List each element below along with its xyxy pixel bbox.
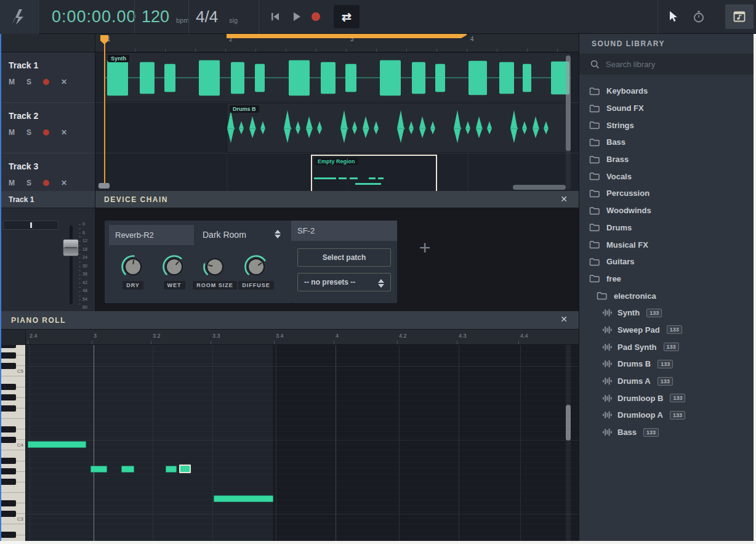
track-header-2[interactable]: Track 2 M S ✕ <box>0 103 95 153</box>
pan-slider[interactable] <box>3 221 58 230</box>
app-logo[interactable] <box>0 0 38 34</box>
arm-record-button[interactable] <box>43 180 49 186</box>
library-sample-sweep-pad[interactable]: Sweep Pad 133 <box>579 322 754 339</box>
solo-button[interactable]: S <box>26 128 31 137</box>
record-button[interactable] <box>308 9 324 25</box>
knob-dry[interactable]: DRY <box>115 253 151 290</box>
clip-label: Empty Region <box>315 158 358 165</box>
time-display[interactable]: 0:00:00.00 <box>52 7 137 26</box>
library-folder-vocals[interactable]: Vocals <box>579 168 754 185</box>
arm-record-button[interactable] <box>43 129 49 136</box>
midi-note-selected[interactable] <box>179 465 191 473</box>
piano-roll-ruler[interactable]: 2.4 3 3.2 3.3 3.4 4 4.2 4.3 4.4 <box>0 330 579 345</box>
mute-button[interactable]: M <box>9 128 15 137</box>
beat-number: 3.4 <box>276 333 284 339</box>
loop-toggle-button[interactable]: ⇄ <box>334 5 360 28</box>
mute-button[interactable]: M <box>9 78 15 86</box>
track-header-1[interactable]: Track 1 M S ✕ <box>0 52 95 103</box>
midi-note-preview <box>369 177 376 179</box>
piano-roll-vertical-scrollbar[interactable] <box>566 345 571 541</box>
knob-diffuse[interactable]: DIFFUSE <box>238 253 275 290</box>
volume-fader-handle[interactable] <box>63 239 79 256</box>
metronome-button[interactable] <box>691 9 707 25</box>
knob-wet[interactable]: WET <box>156 253 193 290</box>
scrollbar-thumb[interactable] <box>566 55 571 151</box>
piano-keyboard[interactable]: C5 C4 C3 <box>0 345 26 541</box>
audio-clip-synth[interactable]: Synth <box>105 52 571 102</box>
mute-button[interactable]: M <box>9 179 15 187</box>
delete-track-button[interactable]: ✕ <box>61 78 67 86</box>
library-folder-strings[interactable]: Strings <box>579 116 754 134</box>
add-device-button[interactable]: + <box>412 236 437 261</box>
scrollbar-thumb[interactable] <box>566 405 571 440</box>
time-signature-value[interactable]: 4/4 <box>196 7 218 26</box>
library-sample-drums-a[interactable]: Drums A 133 <box>579 373 754 390</box>
knob-label: WET <box>164 281 185 290</box>
library-folder-drums[interactable]: Drums <box>579 219 754 237</box>
arm-record-button[interactable] <box>43 79 49 85</box>
library-folder-guitars[interactable]: Guitars <box>579 253 754 270</box>
play-button[interactable] <box>289 9 305 25</box>
bpm-value[interactable]: 120 <box>142 7 169 26</box>
library-folder-musical-fx[interactable]: Musical FX <box>579 236 754 253</box>
pan-thumb[interactable] <box>30 222 32 228</box>
audio-clip-drums-b[interactable]: Drums B <box>227 103 571 153</box>
midi-clip-empty-region[interactable]: Empty Region <box>311 155 437 191</box>
search-input[interactable] <box>606 60 729 69</box>
library-folder-woodwinds[interactable]: Woodwinds <box>579 202 754 219</box>
library-folder-free[interactable]: free <box>579 270 754 288</box>
library-folder-electronica[interactable]: electronica <box>579 287 754 304</box>
clip-label: Synth <box>108 55 129 62</box>
tracks-vertical-scrollbar[interactable] <box>566 55 571 190</box>
midi-note[interactable] <box>90 466 107 473</box>
library-sample-drumloop-a[interactable]: Drumloop A 133 <box>579 407 754 424</box>
library-sample-drums-b[interactable]: Drums B 133 <box>579 355 754 373</box>
midi-note[interactable] <box>166 466 177 473</box>
sound-library-toggle-button[interactable] <box>725 4 754 29</box>
inspector-track-tab[interactable]: Track 1 <box>0 191 95 208</box>
bpm-badge: 133 <box>646 309 662 317</box>
midi-note[interactable] <box>214 495 273 502</box>
preset-dropdown[interactable]: -- no presets -- <box>297 273 391 291</box>
device-name-field[interactable]: Reverb-R2 <box>109 225 194 245</box>
solo-button[interactable]: S <box>26 78 31 86</box>
library-folder-keyboards[interactable]: Keyboards <box>579 83 754 100</box>
beat-number: 2.4 <box>30 333 38 339</box>
arrangement-timeline[interactable]: Synth Drums B <box>95 34 579 191</box>
midi-note[interactable] <box>28 441 86 448</box>
close-icon[interactable]: ✕ <box>560 314 568 324</box>
library-sample-bass[interactable]: Bass 133 <box>579 424 754 441</box>
knob-room-size[interactable]: ROOM SIZE <box>196 253 233 290</box>
playhead-grip[interactable] <box>99 183 110 189</box>
key-label-c4: C4 <box>17 440 23 450</box>
library-folder-bass[interactable]: Bass <box>579 134 754 151</box>
skip-to-start-button[interactable] <box>267 9 283 25</box>
select-patch-button[interactable]: Select patch <box>297 248 391 267</box>
library-folder-percussion[interactable]: Percussion <box>579 185 754 202</box>
note-grid[interactable] <box>26 345 579 541</box>
device-name-field[interactable]: SF-2 <box>291 221 397 241</box>
synth-waveform <box>105 53 571 102</box>
waveform-icon <box>603 326 612 334</box>
library-sample-drumloop-b[interactable]: Drumloop B 133 <box>579 389 754 407</box>
key-label-c5: C5 <box>17 366 23 376</box>
meter-scale: 06 1218 2430 3642 4854 60 <box>82 222 95 309</box>
library-sample-synth[interactable]: Synth 133 <box>579 304 754 322</box>
delete-track-button[interactable]: ✕ <box>61 179 67 187</box>
library-folder-sound-fx[interactable]: Sound FX <box>579 100 754 117</box>
library-folder-brass[interactable]: Brass <box>579 151 754 168</box>
track-header-3[interactable]: Track 3 M S ✕ <box>0 153 95 191</box>
tracks-horizontal-scrollbar[interactable] <box>513 185 566 190</box>
sound-library-panel: SOUND LIBRARY Keyboards Sound FX Strings <box>579 34 754 541</box>
midi-note[interactable] <box>121 466 134 473</box>
delete-track-button[interactable]: ✕ <box>61 128 67 137</box>
preset-selector[interactable]: Dark Room <box>196 225 287 245</box>
pointer-tool-button[interactable] <box>666 9 682 25</box>
solo-button[interactable]: S <box>26 179 31 187</box>
library-sample-pad-synth[interactable]: Pad Synth 133 <box>579 338 754 355</box>
close-icon[interactable]: ✕ <box>560 194 568 204</box>
bpm-badge: 133 <box>667 325 682 334</box>
library-search-bar[interactable] <box>579 54 754 75</box>
loop-region-bar[interactable] <box>227 34 467 38</box>
beat-number: 4.3 <box>459 333 467 339</box>
